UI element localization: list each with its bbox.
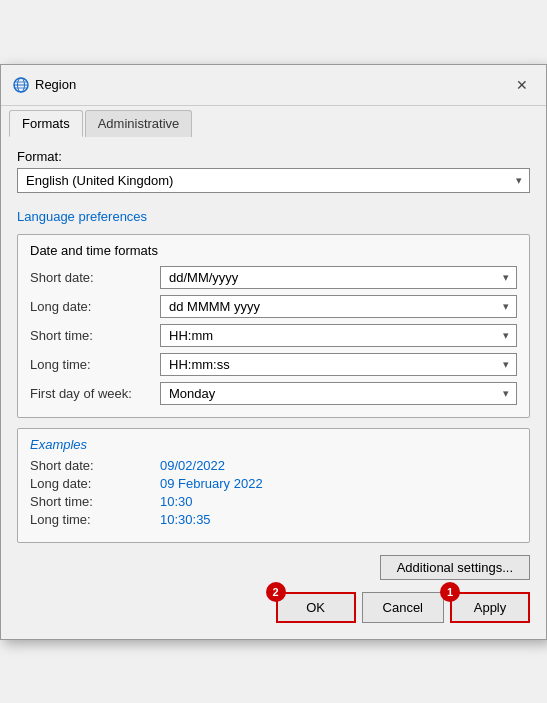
first-day-select-wrapper: Monday Sunday Saturday <box>160 382 517 405</box>
cancel-button[interactable]: Cancel <box>362 592 444 623</box>
region-dialog: Region ✕ Formats Administrative Format: … <box>0 64 547 640</box>
short-time-row: Short time: HH:mm <box>30 324 517 347</box>
example-long-time-label: Long time: <box>30 512 160 527</box>
examples-box: Examples Short date: 09/02/2022 Long dat… <box>17 428 530 543</box>
long-date-select[interactable]: dd MMMM yyyy <box>160 295 517 318</box>
ok-badge: 2 <box>266 582 286 602</box>
example-short-date-value: 09/02/2022 <box>160 458 225 473</box>
long-time-select[interactable]: HH:mm:ss <box>160 353 517 376</box>
first-day-select[interactable]: Monday Sunday Saturday <box>160 382 517 405</box>
long-date-row: Long date: dd MMMM yyyy <box>30 295 517 318</box>
format-select[interactable]: English (United Kingdom) English (United… <box>17 168 530 193</box>
example-long-time-value: 10:30:35 <box>160 512 211 527</box>
long-time-label: Long time: <box>30 357 160 372</box>
example-short-date-label: Short date: <box>30 458 160 473</box>
long-date-label: Long date: <box>30 299 160 314</box>
short-date-select-wrapper: dd/MM/yyyy <box>160 266 517 289</box>
example-long-time: Long time: 10:30:35 <box>30 512 517 527</box>
short-time-select[interactable]: HH:mm <box>160 324 517 347</box>
examples-title: Examples <box>30 437 517 452</box>
example-short-time: Short time: 10:30 <box>30 494 517 509</box>
example-long-date: Long date: 09 February 2022 <box>30 476 517 491</box>
apply-badge: 1 <box>440 582 460 602</box>
apply-btn-wrapper: 1 Apply <box>450 592 530 623</box>
tab-formats[interactable]: Formats <box>9 110 83 137</box>
globe-icon <box>13 77 29 93</box>
long-date-select-wrapper: dd MMMM yyyy <box>160 295 517 318</box>
additional-btn-row: Additional settings... <box>17 555 530 580</box>
title-bar: Region ✕ <box>1 65 546 106</box>
long-time-select-wrapper: HH:mm:ss <box>160 353 517 376</box>
ok-button[interactable]: OK <box>276 592 356 623</box>
example-long-date-label: Long date: <box>30 476 160 491</box>
ok-btn-wrapper: 2 OK <box>276 592 356 623</box>
example-long-date-value: 09 February 2022 <box>160 476 263 491</box>
language-preferences-link[interactable]: Language preferences <box>17 209 147 224</box>
long-time-row: Long time: HH:mm:ss <box>30 353 517 376</box>
first-day-label: First day of week: <box>30 386 160 401</box>
example-short-date: Short date: 09/02/2022 <box>30 458 517 473</box>
additional-settings-button[interactable]: Additional settings... <box>380 555 530 580</box>
format-label: Format: <box>17 149 530 164</box>
date-time-group: Date and time formats Short date: dd/MM/… <box>17 234 530 418</box>
close-button[interactable]: ✕ <box>510 73 534 97</box>
dialog-title: Region <box>35 77 76 92</box>
format-select-wrapper: English (United Kingdom) English (United… <box>17 168 530 193</box>
apply-button[interactable]: Apply <box>450 592 530 623</box>
short-date-label: Short date: <box>30 270 160 285</box>
dialog-content: Format: English (United Kingdom) English… <box>1 137 546 639</box>
title-bar-left: Region <box>13 77 76 93</box>
short-date-row: Short date: dd/MM/yyyy <box>30 266 517 289</box>
format-section: Format: English (United Kingdom) English… <box>17 149 530 193</box>
tab-bar: Formats Administrative <box>1 106 546 137</box>
short-time-label: Short time: <box>30 328 160 343</box>
first-day-row: First day of week: Monday Sunday Saturda… <box>30 382 517 405</box>
example-short-time-value: 10:30 <box>160 494 193 509</box>
example-short-time-label: Short time: <box>30 494 160 509</box>
tab-administrative[interactable]: Administrative <box>85 110 193 137</box>
button-row: 2 OK Cancel 1 Apply <box>17 588 530 627</box>
date-time-group-title: Date and time formats <box>30 243 517 258</box>
short-date-select[interactable]: dd/MM/yyyy <box>160 266 517 289</box>
short-time-select-wrapper: HH:mm <box>160 324 517 347</box>
